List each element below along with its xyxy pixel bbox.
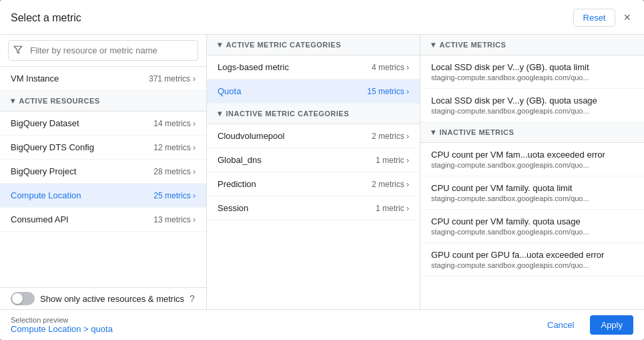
categories-list: ▾ ACTIVE METRIC CATEGORIES Logs-based me…	[207, 35, 420, 309]
close-button[interactable]: ×	[621, 8, 633, 27]
resource-name: BigQuery Dataset	[11, 118, 79, 128]
category-metrics: 1 metric ›	[376, 156, 409, 165]
metric-name: CPU count per VM fam...uota exceeded err…	[431, 150, 633, 160]
active-categories-section-header: ▾ ACTIVE METRIC CATEGORIES	[207, 35, 420, 55]
metric-item-cpu-quota-limit[interactable]: CPU count per VM family. quota limit sta…	[420, 176, 644, 210]
chevron-down-icon: ▾	[218, 40, 222, 49]
chevron-down-icon: ▾	[431, 128, 436, 137]
metric-name: CPU count per VM family. quota usage	[431, 216, 633, 226]
active-resources-toggle[interactable]	[11, 292, 35, 305]
resources-column: VM Instance 371 metrics › ▾ ACTIVE RESOU…	[0, 35, 207, 309]
chevron-down-icon: ▾	[11, 96, 15, 106]
resource-metrics: 13 metrics ›	[153, 215, 196, 224]
category-name: Global_dns	[218, 155, 262, 165]
toggle-knob	[12, 293, 23, 304]
resource-name: VM Instance	[11, 73, 59, 83]
resource-metrics: 25 metrics ›	[153, 191, 196, 200]
categories-column: ▾ ACTIVE METRIC CATEGORIES Logs-based me…	[207, 35, 420, 309]
metric-name: CPU count per VM family. quota limit	[431, 183, 633, 193]
toggle-row: Show only active resources & metrics ?	[0, 287, 206, 309]
cancel-button[interactable]: Cancel	[537, 315, 585, 335]
resources-list: VM Instance 371 metrics › ▾ ACTIVE RESOU…	[0, 67, 206, 287]
search-input[interactable]	[8, 40, 198, 61]
toggle-label: Show only active resources & metrics	[40, 294, 184, 304]
metrics-column: ▾ ACTIVE METRICS Local SSD disk per V...…	[420, 35, 644, 309]
resource-item-vm-instance[interactable]: VM Instance 371 metrics ›	[0, 67, 206, 91]
dialog-footer: Selection preview Compute Location > quo…	[0, 309, 644, 340]
search-box	[0, 35, 206, 67]
category-metrics: 4 metrics ›	[372, 63, 409, 72]
metric-path: staging-compute.sandbox.googleapis.com/q…	[431, 73, 633, 81]
chevron-down-icon: ▾	[431, 40, 436, 49]
metric-item-gpu-exceeded-error[interactable]: GPU count per GPU fa...uota exceeded err…	[420, 243, 644, 277]
resource-name: Compute Location	[11, 190, 81, 200]
metric-name: Local SSD disk per V...y (GB). quota lim…	[431, 62, 633, 72]
category-item-global-dns[interactable]: Global_dns 1 metric ›	[207, 148, 420, 172]
category-item-logs-based[interactable]: Logs-based metric 4 metrics ›	[207, 55, 420, 79]
selection-preview: Selection preview Compute Location > quo…	[11, 316, 113, 334]
resource-name: BigQuery Project	[11, 166, 76, 176]
metric-item-cpu-quota-usage[interactable]: CPU count per VM family. quota usage sta…	[420, 210, 644, 243]
category-name: Session	[218, 203, 248, 213]
footer-buttons: Cancel Apply	[537, 315, 633, 335]
dialog-title: Select a metric	[11, 12, 81, 24]
metric-name: Local SSD disk per V...y (GB). quota usa…	[431, 96, 633, 106]
header-actions: Reset ×	[573, 8, 633, 27]
category-item-session[interactable]: Session 1 metric ›	[207, 196, 420, 220]
resource-item-compute-location[interactable]: Compute Location 25 metrics ›	[0, 184, 206, 208]
active-resources-section-header: ▾ ACTIVE RESOURCES	[0, 91, 206, 112]
metric-path: staging-compute.sandbox.googleapis.com/q…	[431, 228, 633, 236]
category-metrics: 2 metrics ›	[372, 180, 409, 189]
apply-button[interactable]: Apply	[590, 315, 633, 335]
selection-value: Compute Location > quota	[11, 324, 113, 334]
selection-label: Selection preview	[11, 316, 113, 324]
category-metrics: 2 metrics ›	[372, 132, 409, 141]
category-name: Quota	[218, 86, 241, 96]
resource-item-bigquery-project[interactable]: BigQuery Project 28 metrics ›	[0, 160, 206, 184]
resource-metrics: 12 metrics ›	[153, 143, 196, 152]
metric-path: staging-compute.sandbox.googleapis.com/q…	[431, 261, 633, 269]
category-name: Logs-based metric	[218, 62, 289, 72]
inactive-categories-section-header: ▾ INACTIVE METRIC CATEGORIES	[207, 104, 420, 124]
metric-path: staging-compute.sandbox.googleapis.com/q…	[431, 161, 633, 169]
category-item-cloudvolumepool[interactable]: Cloudvolumepool 2 metrics ›	[207, 124, 420, 148]
chevron-down-icon: ▾	[218, 109, 222, 118]
resource-metrics: 14 metrics ›	[153, 119, 196, 128]
metric-item-cpu-exceeded-error[interactable]: CPU count per VM fam...uota exceeded err…	[420, 143, 644, 176]
category-metrics: 15 metrics ›	[367, 87, 409, 96]
search-wrapper	[8, 40, 198, 61]
resource-metrics: 371 metrics ›	[149, 74, 196, 83]
metric-item-local-ssd-quota-limit[interactable]: Local SSD disk per V...y (GB). quota lim…	[420, 55, 644, 89]
resource-name: BigQuery DTS Config	[11, 142, 94, 152]
metrics-list: ▾ ACTIVE METRICS Local SSD disk per V...…	[420, 35, 644, 309]
category-name: Prediction	[218, 179, 256, 189]
category-name: Cloudvolumepool	[218, 131, 284, 141]
dialog-body: VM Instance 371 metrics › ▾ ACTIVE RESOU…	[0, 35, 644, 309]
metric-name: GPU count per GPU fa...uota exceeded err…	[431, 250, 633, 260]
active-metrics-section-header: ▾ ACTIVE METRICS	[420, 35, 644, 55]
category-item-quota[interactable]: Quota 15 metrics ›	[207, 79, 420, 104]
resource-name: Consumed API	[11, 214, 69, 224]
category-item-prediction[interactable]: Prediction 2 metrics ›	[207, 172, 420, 196]
metric-path: staging-compute.sandbox.googleapis.com/q…	[431, 194, 633, 202]
resource-item-bigquery-dataset[interactable]: BigQuery Dataset 14 metrics ›	[0, 112, 206, 136]
metric-path: staging-compute.sandbox.googleapis.com/q…	[431, 107, 633, 115]
resource-metrics: 28 metrics ›	[153, 167, 196, 176]
metric-item-local-ssd-quota-usage[interactable]: Local SSD disk per V...y (GB). quota usa…	[420, 89, 644, 122]
category-metrics: 1 metric ›	[376, 204, 409, 213]
select-metric-dialog: Select a metric Reset × VM Instance	[0, 0, 644, 340]
reset-button[interactable]: Reset	[573, 9, 616, 27]
help-icon[interactable]: ?	[190, 293, 195, 304]
dialog-header: Select a metric Reset ×	[0, 0, 644, 35]
resource-item-bigquery-dts[interactable]: BigQuery DTS Config 12 metrics ›	[0, 136, 206, 160]
resource-item-consumed-api[interactable]: Consumed API 13 metrics ›	[0, 208, 206, 232]
inactive-metrics-section-header: ▾ INACTIVE METRICS	[420, 122, 644, 143]
